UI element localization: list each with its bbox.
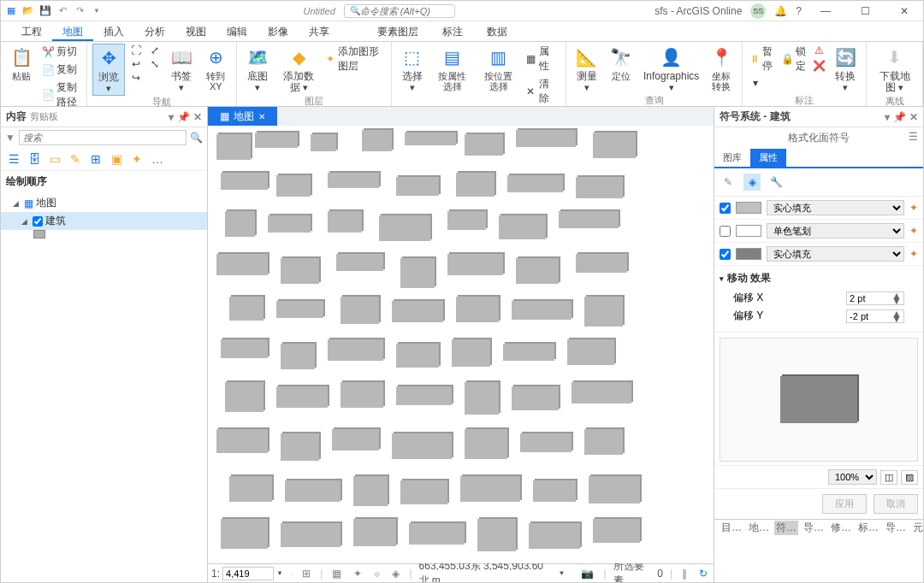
clear-selection-button[interactable]: ✕清除: [524, 76, 560, 107]
list-source-icon[interactable]: 🗄: [27, 151, 42, 167]
bookmarks-button[interactable]: 📖书签 ▾: [166, 44, 197, 94]
close-button[interactable]: ✕: [889, 3, 920, 20]
symbol-structure-icon[interactable]: 🔧: [767, 174, 785, 191]
paste-button[interactable]: 📋粘贴: [6, 44, 37, 83]
symbol-format-icon[interactable]: ✎: [720, 174, 737, 191]
zoom-prev-icon[interactable]: ↩: [128, 57, 144, 71]
ctx-tab-feature-layer[interactable]: 要素图层: [365, 21, 430, 41]
command-search-box[interactable]: 🔍: [344, 4, 455, 18]
contents-more-icon[interactable]: …: [150, 151, 165, 167]
apply-button[interactable]: 应用: [822, 494, 867, 514]
close-tab-icon[interactable]: ✕: [258, 112, 265, 121]
offset-y-spinner[interactable]: ▲▼: [846, 309, 904, 323]
layer-enable-checkbox[interactable]: [720, 249, 731, 260]
correction-icon[interactable]: ◈: [389, 568, 402, 580]
label-options-button[interactable]: ❌: [811, 59, 826, 73]
zoom-next-icon[interactable]: ↪: [128, 71, 144, 85]
sym-tab-gallery[interactable]: 图库: [714, 149, 750, 167]
panel-options-icon[interactable]: ▾: [169, 111, 174, 123]
constraints-icon[interactable]: ⟐: [371, 568, 382, 580]
dock-tab[interactable]: 元…: [911, 521, 924, 535]
download-map-button[interactable]: ⬇下载地图 ▾: [872, 44, 917, 95]
tab-view[interactable]: 视图: [175, 21, 216, 41]
panel-pin-icon[interactable]: 📌: [177, 111, 190, 123]
basemap-button[interactable]: 🗺️底图 ▾: [242, 44, 273, 94]
color-swatch[interactable]: [736, 248, 761, 260]
tab-map[interactable]: 地图: [52, 21, 93, 41]
view-unplaced-button[interactable]: ⚠: [811, 44, 826, 57]
color-swatch[interactable]: [736, 225, 761, 237]
more-labeling-button[interactable]: ▾: [748, 76, 776, 90]
tab-edit[interactable]: 编辑: [216, 21, 258, 41]
copy-path-button[interactable]: 📄复制路径: [40, 80, 81, 110]
list-snapping-icon[interactable]: ⊞: [88, 151, 104, 167]
tab-project[interactable]: 工程: [11, 21, 52, 41]
list-labeling-icon[interactable]: ▣: [109, 151, 124, 167]
help-icon[interactable]: ?: [796, 5, 802, 17]
select-by-loc-button[interactable]: ▥按位置选择: [477, 44, 520, 93]
save-icon[interactable]: 💾: [38, 4, 52, 18]
map-canvas[interactable]: [208, 126, 714, 563]
dock-tab[interactable]: 符…: [774, 521, 798, 535]
filter-search-icon[interactable]: 🔍: [190, 132, 203, 144]
copy-button[interactable]: 📄复制: [40, 62, 81, 78]
effect-section-header[interactable]: ▾ 移动 效果: [720, 271, 918, 286]
add-graphics-button[interactable]: ✦添加图形图层: [324, 44, 386, 74]
list-drawing-order-icon[interactable]: ☰: [6, 151, 21, 167]
color-swatch[interactable]: [736, 202, 761, 214]
map-tab-active[interactable]: ▦ 地图 ✕: [208, 107, 277, 126]
convert-labels-button[interactable]: 🔄转换 ▾: [830, 44, 861, 94]
zoom-actual-icon[interactable]: ◫: [880, 470, 897, 485]
new-project-icon[interactable]: ▦: [4, 4, 18, 18]
dock-tab[interactable]: 标…: [856, 521, 880, 535]
user-label[interactable]: sfs - ArcGIS Online: [654, 5, 742, 17]
attributes-button[interactable]: ▦属性: [524, 44, 560, 74]
dock-tab[interactable]: 目…: [720, 521, 743, 535]
ctx-tab-labeling[interactable]: 标注: [430, 21, 475, 41]
scale-input[interactable]: [222, 567, 274, 580]
hamburger-icon[interactable]: ☰: [909, 131, 918, 143]
zoom-fit-icon[interactable]: ▨: [901, 470, 918, 485]
fill-type-select[interactable]: 实心填充: [767, 200, 904, 215]
list-selection-icon[interactable]: ▭: [47, 151, 62, 167]
sym-options-icon[interactable]: ▾: [885, 111, 890, 123]
stroke-type-select[interactable]: 单色笔划: [767, 223, 904, 238]
snapping-icon[interactable]: ✦: [351, 568, 364, 580]
tab-analysis[interactable]: 分析: [134, 21, 175, 41]
fixed-zoom-in-icon[interactable]: ⤢: [147, 44, 163, 57]
add-data-button[interactable]: ◆添加数据 ▾: [276, 44, 321, 95]
sym-close-icon[interactable]: ✕: [909, 111, 918, 123]
scale-dropdown-icon[interactable]: ▼: [276, 569, 283, 577]
maximize-button[interactable]: ☐: [850, 3, 880, 20]
rotation-icon[interactable]: ⊞: [299, 568, 313, 580]
sym-tab-properties[interactable]: 属性: [750, 149, 786, 167]
notifications-icon[interactable]: 🔔: [774, 5, 787, 17]
offset-y-input[interactable]: [847, 310, 890, 322]
avatar[interactable]: SS: [750, 3, 766, 19]
dock-tab[interactable]: 导…: [802, 521, 826, 535]
qat-dropdown-icon[interactable]: ▼: [90, 4, 104, 18]
zoom-select[interactable]: 100%: [828, 469, 877, 485]
grid-icon[interactable]: ▦: [329, 568, 344, 580]
layer-swatch[interactable]: [33, 230, 45, 238]
refresh-icon[interactable]: ↻: [696, 568, 710, 580]
tab-imagery[interactable]: 影像: [258, 21, 299, 41]
tab-insert[interactable]: 插入: [93, 21, 134, 41]
tab-share[interactable]: 共享: [299, 21, 340, 41]
spin-down-icon[interactable]: ▼: [891, 298, 902, 303]
symbol-layers-icon[interactable]: ◈: [743, 174, 761, 191]
pause-drawing-icon[interactable]: ‖: [679, 568, 690, 580]
scale-control[interactable]: 1: ▼: [211, 567, 283, 580]
redo-icon[interactable]: ↷: [73, 4, 86, 18]
list-perspective-icon[interactable]: ✦: [129, 151, 145, 167]
select-by-attr-button[interactable]: ▤按属性选择: [431, 44, 474, 93]
list-editing-icon[interactable]: ✎: [68, 151, 83, 167]
coord-convert-button[interactable]: 📍坐标转换: [706, 44, 737, 93]
minimize-button[interactable]: —: [810, 3, 841, 20]
fixed-zoom-out-icon[interactable]: ⤡: [147, 57, 163, 71]
tree-item-map[interactable]: ◢ ▦ 地图: [1, 194, 207, 212]
tree-item-layer[interactable]: ◢ 建筑: [1, 212, 207, 230]
dock-tab[interactable]: 地…: [747, 521, 771, 535]
layer-settings-icon[interactable]: ✦: [909, 225, 918, 237]
spin-down-icon[interactable]: ▼: [891, 316, 902, 321]
